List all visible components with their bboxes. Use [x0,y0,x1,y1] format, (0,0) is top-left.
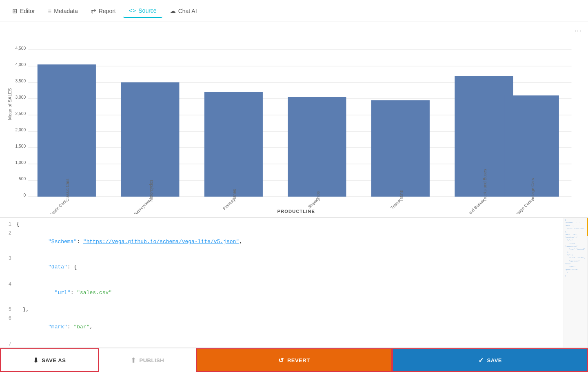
bar-chart: Mean of SALES 0 500 1,000 1,500 2,000 2,… [4,26,580,214]
nav-chatai[interactable]: ☁ Chat AI [164,4,203,18]
code-line-1: 1 { [0,220,559,229]
svg-text:Ships: Ships [316,191,320,202]
revert-button[interactable]: ↺ REVERT [196,348,392,372]
svg-text:500: 500 [19,177,26,181]
source-icon: <> [129,7,136,14]
code-line-3: 3 "data": { [0,255,559,280]
nav-metadata-label: Metadata [54,8,78,14]
nav-source-label: Source [138,7,156,14]
revert-label: REVERT [287,357,310,363]
code-line-4: 4 "url": "sales.csv" [0,280,559,306]
svg-text:Trains: Trains [390,199,401,210]
save-label: SAVE [487,357,502,363]
revert-icon: ↺ [278,356,284,364]
nav-editor[interactable]: ⊞ Editor [7,4,41,18]
code-line-2: 2 "$schema": "https://vega.github.io/sch… [0,229,559,255]
nav-metadata[interactable]: ≡ Metadata [42,4,84,18]
svg-text:Motorcycles: Motorcycles [149,180,153,202]
save-button[interactable]: ✓ SAVE [392,348,588,372]
svg-text:Motorcycles: Motorcycles [132,199,151,214]
svg-text:4,500: 4,500 [16,46,26,51]
main-content: ⋯ Mean of SALES 0 500 1,000 1,500 2,000 … [0,22,588,372]
bar-planes[interactable] [204,92,263,197]
bar-trains[interactable] [371,100,430,197]
publish-button: ⬆ PUBLISH [99,348,196,372]
svg-text:Classic Cars: Classic Cars [65,179,70,202]
code-line-5: 5 }, [0,306,559,314]
report-icon: ⇄ [91,7,96,15]
code-minimap: { "$schema": "...", "data": { "url": "sa… [564,218,588,348]
save-as-icon: ⬇ [33,356,39,364]
code-line-6: 6 "mark": "bar", [0,314,559,340]
svg-text:2,000: 2,000 [16,128,26,132]
code-line-7: 7 "encoding": { [0,340,559,348]
svg-text:Vintage Cars: Vintage Cars [530,178,535,202]
svg-text:Mean of SALES: Mean of SALES [7,88,12,120]
svg-text:Trucks and Buses: Trucks and Buses [483,169,487,202]
bar-classic-cars[interactable] [38,64,96,197]
nav-chatai-label: Chat AI [178,8,197,14]
metadata-icon: ≡ [48,7,52,14]
bar-motorcycles[interactable] [121,82,179,197]
svg-text:Trains: Trains [399,190,404,202]
svg-text:4,000: 4,000 [16,62,26,67]
nav-report-label: Report [99,8,116,14]
editor-icon: ⊞ [12,7,18,15]
chatai-icon: ☁ [170,7,176,15]
svg-text:Planes: Planes [232,189,237,202]
chart-menu-button[interactable]: ⋯ [574,26,581,35]
svg-text:Planes: Planes [222,199,234,211]
svg-text:3,000: 3,000 [16,95,26,100]
nav-report[interactable]: ⇄ Report [85,4,122,18]
save-as-button[interactable]: ⬇ SAVE AS [0,348,99,372]
code-editor[interactable]: 1 { 2 "$schema": "https://vega.github.io… [0,218,588,348]
svg-text:Classic Cars: Classic Cars [47,199,67,214]
svg-text:1,500: 1,500 [16,144,26,148]
publish-label: PUBLISH [139,357,164,363]
svg-text:3,500: 3,500 [16,79,26,83]
save-icon: ✓ [478,356,484,364]
nav-editor-label: Editor [20,8,35,14]
bar-ships[interactable] [288,97,346,197]
svg-text:2,500: 2,500 [16,111,26,116]
nav-bar: ⊞ Editor ≡ Metadata ⇄ Report <> Source ☁… [0,0,588,22]
save-as-label: SAVE AS [42,357,66,363]
publish-icon: ⬆ [131,356,136,364]
nav-source[interactable]: <> Source [123,4,162,18]
chart-area: ⋯ Mean of SALES 0 500 1,000 1,500 2,000 … [0,22,588,218]
svg-text:Trucks and Buses: Trucks and Buses [458,199,484,214]
bottom-toolbar: ⬇ SAVE AS ⬆ PUBLISH ↺ REVERT ✓ SAVE [0,348,588,372]
svg-text:0: 0 [23,193,26,197]
svg-text:Vintage Cars: Vintage Cars [512,199,533,214]
svg-text:PRODUCTLINE: PRODUCTLINE [277,209,315,214]
svg-text:1,000: 1,000 [16,160,26,165]
